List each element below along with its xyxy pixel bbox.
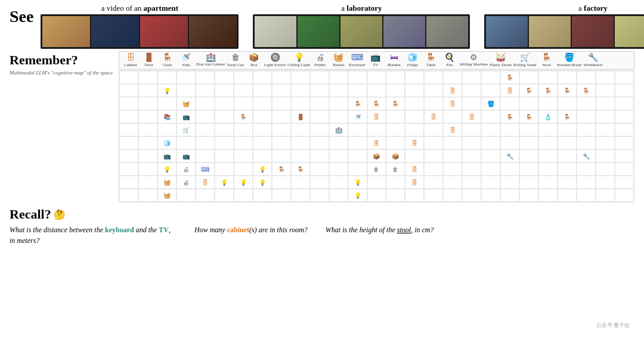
table-label: Table <box>426 63 435 67</box>
brush-label: Wooden Brush <box>557 63 582 67</box>
legend-pan: 🍳 Pan <box>441 54 458 67</box>
grid-cabinet-r2c21: 🗄 <box>507 88 513 94</box>
rolling-label: Rolling Stand <box>513 63 537 67</box>
basket-icon: 🧺 <box>333 54 343 62</box>
grid-trash-r8c14: 🗑 <box>373 166 379 173</box>
legend-grid-area: 🗄 Cabinet 🚪 Door 🪑 Chair 🚿 Sink 🏥 First <box>119 51 634 202</box>
brush-icon: 🪣 <box>564 54 574 62</box>
grid-stool-r4c22: 🪑 <box>525 114 532 120</box>
lab-frame-3 <box>340 16 382 47</box>
grid-chair-r3c14: 🪑 <box>373 101 380 107</box>
pan-label: Pan <box>447 63 453 67</box>
grid-chair-r3c15: 🪑 <box>392 101 399 107</box>
legend-light-switch: 🔘 Light Switch <box>264 54 286 67</box>
fac-frame-1 <box>486 16 528 47</box>
remember-section: Remember? Multimodal LLM's "cognitive ma… <box>10 51 113 202</box>
legend-ceiling-light: 💡 Ceiling Light <box>287 54 310 67</box>
apt-frame-3 <box>140 16 188 47</box>
tv-icon: 📺 <box>370 54 380 62</box>
blanket-label: Blanket <box>388 63 401 67</box>
lab-frame-4 <box>383 16 425 47</box>
legend-tv: 📺 TV <box>367 54 384 67</box>
trash-icon: 🗑 <box>231 54 240 62</box>
question-2: How many cabinet(s) are in this room? <box>194 224 308 246</box>
grid-tv-r7c3: 📺 <box>163 153 171 160</box>
box-label: Box <box>250 63 258 67</box>
lab-video-group: a laboratory <box>253 4 470 49</box>
grid-chair-r3c13: 🪑 <box>354 101 361 107</box>
brain-icon: 🤔 <box>54 209 66 220</box>
legend-sink: 🚿 Sink <box>178 54 194 67</box>
grid-stool-icon: 🪑 <box>506 74 513 81</box>
grid-stool-r2c23: 🪑 <box>544 88 552 94</box>
legend-chair: 🪑 Chair <box>159 54 176 67</box>
grid-shelf-r6c14: 🗄 <box>373 140 379 146</box>
grid-lamp-r8c3: 💡 <box>163 166 171 173</box>
grid-cabinet-r3c18: 🗄 <box>450 101 456 107</box>
lab-frame-1 <box>255 16 296 47</box>
grid-printer-r9c4: 🖨 <box>183 179 189 186</box>
grid-workbench-r7c25: 🔧 <box>583 153 590 160</box>
pan-icon: 🍳 <box>444 54 454 62</box>
apt-caption: a video of an apartment <box>101 4 178 13</box>
cognitive-map-grid: 🪑 💡🗄🗄🪑🪑🪑🪑 🧺🪑🪑🪑🗄🪣 📚📺🪑🚪🚿🗄🗄🗄🪑🪑🧴🪑 🛒🏥🗄 🧊🗄🗄 📺📺… <box>119 70 634 202</box>
grid-lamp-icon: 💡 <box>163 88 171 94</box>
question-3: What is the height of the stool, in cm? <box>326 224 434 246</box>
legend-milling: ⚙ Milling Machine <box>460 54 488 67</box>
grid-basket-r9c3: 🧺 <box>163 179 171 186</box>
legend-brush: 🪣 Wooden Brush <box>557 54 582 67</box>
grid-basket-r3: 🧺 <box>182 101 190 107</box>
drum-label: Plastic Drum <box>490 63 512 67</box>
legend-rolling: 🛒 Rolling Stand <box>513 54 537 67</box>
legend-first-aid: 🏥 First Aid Cabinet <box>196 54 225 67</box>
grid-printer-r8c4: 🖨 <box>183 166 189 173</box>
grid-workbench-r7c21: 🔧 <box>506 153 513 160</box>
stool-label: Stool <box>542 63 551 67</box>
chair-label: Chair <box>163 63 172 67</box>
legend-box: 📦 Box <box>246 54 262 67</box>
recall-header: Recall? 🤔 <box>10 207 634 222</box>
grid-tv-r7c4: 📺 <box>182 153 190 160</box>
grid-shelf-r7c14: 📦 <box>373 153 380 160</box>
top-row: See a video of an apartment a laboratory <box>0 0 644 50</box>
workbench-icon: 🔧 <box>588 54 598 62</box>
table-icon: 🪑 <box>426 54 436 62</box>
legend-stool: 🪑 Stool <box>538 54 555 67</box>
grid-cabinet-r2c18: 🗄 <box>450 88 456 94</box>
remember-subtitle: Multimodal LLM's "cognitive map" of the … <box>10 69 113 77</box>
keyword-stool: stool <box>397 226 411 234</box>
ceiling-light-label: Ceiling Light <box>287 63 310 67</box>
grid-light-r9c13: 💡 <box>354 179 361 186</box>
grid-stool-r4c21: 🪑 <box>506 114 513 120</box>
cabinet-label: Cabinet <box>124 63 137 67</box>
grid-shelf-r6c16: 🗄 <box>411 140 417 146</box>
apt-frame-4 <box>189 16 237 47</box>
remember-title: Remember? <box>10 52 113 68</box>
grid-stand-r5c4: 🛒 <box>182 127 190 133</box>
grid-brush-r3: 🪣 <box>487 101 494 107</box>
factory-filmstrip <box>484 14 644 49</box>
keyword-cabinet: cabinet <box>227 226 249 234</box>
legend-blanket: 🛏 Blanket <box>386 54 402 67</box>
fac-frame-2 <box>529 16 571 47</box>
lab-filmstrip <box>253 14 470 49</box>
milling-icon: ⚙ <box>470 54 478 62</box>
grid-book-r4c3: 📚 <box>163 114 171 120</box>
tv-label: TV <box>373 63 378 67</box>
legend-cabinet: 🗄 Cabinet <box>122 54 139 67</box>
question-1: What is the distance between the keyboar… <box>10 224 177 246</box>
grid-door-r4c10: 🚪 <box>297 114 304 120</box>
grid-cabinet-r9c5: 🗄 <box>202 179 208 186</box>
grid-cabinet-r9c16: 🗄 <box>411 179 417 186</box>
printer-label: Printer <box>314 63 326 67</box>
apt-filmstrip <box>41 14 239 49</box>
grid-light-r9c8: 💡 <box>259 179 266 186</box>
legend-basket: 🧺 Basket <box>330 54 347 67</box>
fac-frame-4 <box>615 16 644 47</box>
legend-workbench: 🔧 Workbench <box>583 54 602 67</box>
apt-frame-1 <box>42 16 90 47</box>
watermark: 公众号 量子位 <box>594 321 632 330</box>
grid-light-r8c8: 💡 <box>259 166 266 173</box>
fridge-label: Fridge <box>407 63 418 67</box>
grid-light-r9c7: 💡 <box>240 179 247 186</box>
